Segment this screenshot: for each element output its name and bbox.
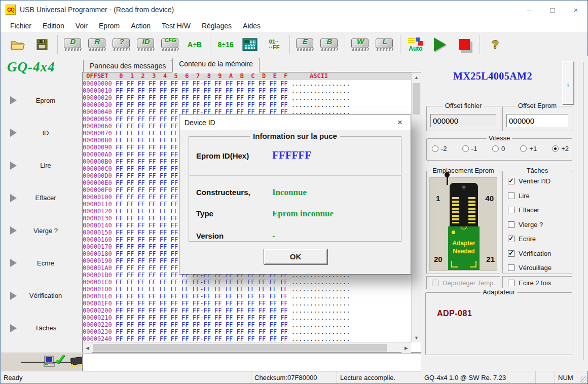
calculator-icon[interactable] xyxy=(239,34,261,55)
tab-contenu-de-la-m-moire[interactable]: Contenu de la mémoire xyxy=(172,58,260,72)
blank-device-icon[interactable]: B xyxy=(318,34,341,55)
task-v-rouillage[interactable]: Vérouillage xyxy=(508,264,570,272)
fill-buffer-button[interactable]: 01····FF xyxy=(263,34,285,55)
checkbox-icon[interactable] xyxy=(508,236,514,242)
help-icon[interactable]: ? xyxy=(484,34,506,55)
tasks-group: Tâches Vérifier l'IDLireEffacerVierge ?E… xyxy=(502,171,572,274)
menu-action[interactable]: Action xyxy=(125,22,156,30)
checkbox-icon[interactable] xyxy=(508,250,514,257)
speed-option-0[interactable]: 0 xyxy=(492,145,505,152)
scroll-down-icon[interactable]: ▼ xyxy=(412,333,421,342)
checkbox-icon[interactable] xyxy=(508,193,514,199)
tab-panneau-des-messages[interactable]: Panneau des messages xyxy=(83,60,172,72)
device-info-button[interactable]: i xyxy=(562,61,574,104)
task-effacer[interactable]: Effacer xyxy=(508,206,570,214)
task-v-rifier-l-id[interactable]: Vérifier l'ID xyxy=(508,177,570,185)
menu-fichier[interactable]: Fichier xyxy=(5,22,37,30)
write-device-icon[interactable]: W xyxy=(349,34,372,55)
offset-eprom-input[interactable] xyxy=(506,114,568,127)
sidebar-item-effacer[interactable]: Effacer xyxy=(1,190,82,206)
write-twice-label: Ecire 2 fois xyxy=(519,279,551,287)
pin-number-21: 21 xyxy=(486,255,495,263)
sidebar-item-id[interactable]: ID xyxy=(1,125,82,140)
radio-icon[interactable] xyxy=(462,145,469,152)
blank-check-device-icon[interactable]: ? xyxy=(111,34,133,55)
bus-8-16-button[interactable]: 8÷16 xyxy=(214,34,237,55)
write-twice-checkbox[interactable] xyxy=(508,280,514,286)
resize-grip[interactable] xyxy=(580,376,587,383)
arrow-right-icon xyxy=(10,194,17,202)
checkbox-icon[interactable] xyxy=(508,207,514,213)
hex-row: 00000230 FF FF FF FF FF FF FF FF-FF FF F… xyxy=(83,328,411,335)
dialog-info-row: Constructeurs,Inconnue xyxy=(196,187,394,198)
speed-option-minus1[interactable]: -1 xyxy=(462,145,477,152)
device-config-icon[interactable]: CFG xyxy=(159,34,181,55)
scroll-up-icon[interactable]: ▲ xyxy=(412,72,421,82)
compare-a-b-button[interactable]: A÷B xyxy=(183,34,206,55)
ok-button[interactable]: OK xyxy=(264,249,327,264)
dialog-title-bar[interactable]: Device ID × xyxy=(179,115,411,130)
menu-test-h-w[interactable]: Test H/W xyxy=(156,22,196,30)
auto-program-button[interactable]: Auto xyxy=(405,34,427,55)
task-v-rification[interactable]: Vérification xyxy=(508,250,570,257)
hex-row: 00000220 FF FF FF FF FF FF FF FF-FF FF F… xyxy=(83,321,411,328)
detect-device-icon[interactable]: D xyxy=(62,34,84,55)
checkbox-icon[interactable] xyxy=(508,221,514,228)
radio-icon[interactable] xyxy=(492,145,499,152)
hex-row: 000001D0 FF FF FF FF FF FF FF FF-FF FF F… xyxy=(83,286,411,293)
unprotect-temp-checkbox[interactable] xyxy=(432,280,438,286)
scroll-right-icon[interactable]: ▶ xyxy=(401,343,411,353)
radio-icon[interactable] xyxy=(432,145,438,152)
speed-option-minus2[interactable]: -2 xyxy=(432,145,447,152)
horizontal-scrollbar[interactable]: ◀ ▶ xyxy=(83,342,411,352)
hex-row: 00000200 FF FF FF FF FF FF FF FF-FF FF F… xyxy=(83,307,411,314)
toolbar-separator xyxy=(480,35,480,54)
write-twice-checkbox-row[interactable]: Ecire 2 fois xyxy=(502,276,572,289)
menu-eprom[interactable]: Eprom xyxy=(93,22,125,30)
device-id-icon[interactable]: ID xyxy=(135,34,157,55)
chip-notch xyxy=(461,226,467,229)
sidebar-item-lire[interactable]: Lire xyxy=(1,158,82,173)
unprotect-temp-checkbox-row[interactable]: Déprotéger Temp. xyxy=(426,276,500,289)
sidebar-item-v-rification[interactable]: Vérification xyxy=(1,288,82,303)
save-file-icon[interactable] xyxy=(31,34,53,55)
command-input[interactable] xyxy=(82,354,421,371)
menu-aides[interactable]: Aides xyxy=(237,22,266,30)
sidebar-item-eprom[interactable]: Eprom xyxy=(1,93,82,108)
speed-group: Vitesse -2-10+1+2 xyxy=(426,138,572,161)
close-button[interactable]: × xyxy=(564,1,587,19)
speed-option-plus2[interactable]: +2 xyxy=(552,145,569,152)
sidebar-item-vierge-[interactable]: Vierge ? xyxy=(1,223,82,238)
adapter-label: Adaptateur xyxy=(481,288,517,296)
dialog-close-icon[interactable]: × xyxy=(394,118,406,128)
checkbox-icon[interactable] xyxy=(508,178,514,184)
zif-socket-image: Adapter Needed 1 40 20 21 xyxy=(429,177,497,271)
maximize-button[interactable]: □ xyxy=(541,1,564,19)
speed-option-plus1[interactable]: +1 xyxy=(520,145,537,152)
sidebar-item-ecrire[interactable]: Ecrire xyxy=(1,255,82,271)
task-vierge-[interactable]: Vierge ? xyxy=(508,221,570,228)
vertical-scrollbar[interactable]: ▲ ▼ xyxy=(411,72,421,342)
minimize-button[interactable]: – xyxy=(518,1,541,19)
menu-voir[interactable]: Voir xyxy=(70,22,93,30)
run-icon[interactable] xyxy=(429,34,451,55)
read-device-icon[interactable]: R xyxy=(86,34,108,55)
checkbox-icon[interactable] xyxy=(508,264,514,271)
open-file-icon[interactable] xyxy=(7,34,29,55)
vertical-scroll-thumb[interactable] xyxy=(413,83,420,114)
radio-icon[interactable] xyxy=(520,145,527,152)
task-lire[interactable]: Lire xyxy=(508,192,570,200)
scroll-left-icon[interactable]: ◀ xyxy=(83,343,92,353)
pin-number-20: 20 xyxy=(434,255,443,263)
menu-r-glages[interactable]: Réglages xyxy=(196,22,237,30)
horizontal-scroll-thumb[interactable] xyxy=(93,344,387,352)
stop-icon[interactable] xyxy=(453,34,475,55)
sidebar-item-label: Eprom xyxy=(17,97,82,104)
task-ecrire[interactable]: Ecrire xyxy=(508,235,570,243)
radio-icon[interactable] xyxy=(552,145,559,152)
lock-device-icon[interactable]: L xyxy=(374,34,396,55)
menu-edition[interactable]: Edition xyxy=(37,22,70,30)
offset-file-input[interactable] xyxy=(430,114,496,127)
erase-device-icon[interactable]: E xyxy=(294,34,316,55)
sidebar-item-t-ches[interactable]: Tâches xyxy=(1,321,82,336)
